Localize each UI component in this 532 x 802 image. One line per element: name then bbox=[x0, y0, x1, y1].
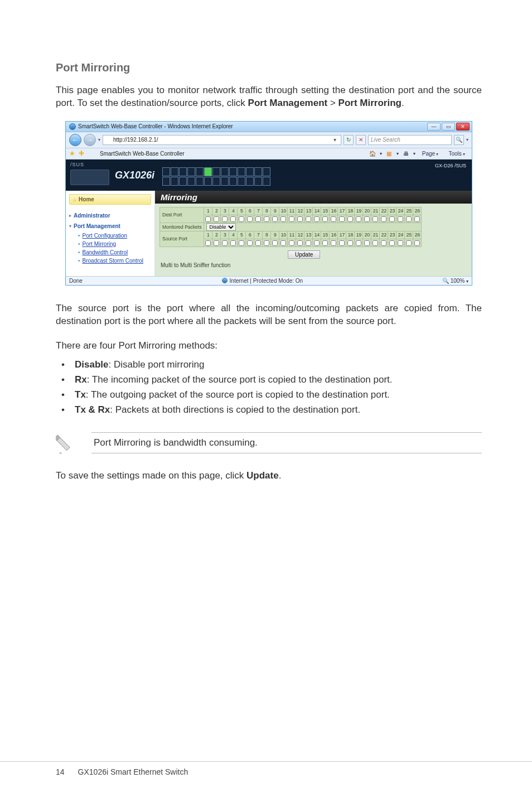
sidebar-home[interactable]: ⌂ Home bbox=[69, 194, 151, 205]
port-checkbox-cell bbox=[288, 239, 296, 247]
port-checkbox-20[interactable] bbox=[364, 240, 370, 246]
sidebar-link[interactable]: Port Configuration bbox=[83, 233, 128, 239]
port-checkbox-7[interactable] bbox=[255, 240, 261, 246]
print-dd-icon[interactable]: ▾ bbox=[413, 151, 415, 156]
port-checkbox-19[interactable] bbox=[356, 216, 361, 222]
page-menu[interactable]: Page bbox=[419, 149, 442, 158]
port-checkbox-16[interactable] bbox=[331, 216, 336, 222]
refresh-button[interactable]: ↻ bbox=[344, 135, 354, 145]
favorites-icon[interactable]: ★ bbox=[69, 149, 75, 157]
zoom-value[interactable]: 100% bbox=[451, 278, 465, 284]
back-button[interactable]: ← bbox=[69, 134, 81, 146]
port-checkbox-3[interactable] bbox=[222, 240, 228, 246]
add-favorite-icon[interactable]: ✚ bbox=[79, 149, 84, 157]
port-checkbox-4[interactable] bbox=[230, 240, 236, 246]
port-checkbox-2[interactable] bbox=[214, 216, 219, 222]
port-checkbox-15[interactable] bbox=[322, 240, 328, 246]
sidebar-link[interactable]: Bandwidth Control bbox=[83, 249, 128, 255]
tools-menu[interactable]: Tools bbox=[445, 149, 468, 158]
monitored-select[interactable]: Disable bbox=[206, 223, 236, 231]
port-checkbox-12[interactable] bbox=[297, 216, 303, 222]
port-checkbox-cell bbox=[338, 215, 346, 223]
print-icon[interactable]: 🖶 bbox=[402, 149, 410, 157]
port-col-13: 13 bbox=[304, 231, 313, 239]
url-field[interactable]: http://192.168.2.1/ ▾ bbox=[103, 135, 341, 145]
sidebar-group-port-management[interactable]: ▾Port Management bbox=[69, 221, 151, 231]
port-checkbox-6[interactable] bbox=[247, 240, 253, 246]
minimize-button[interactable]: ― bbox=[427, 123, 441, 131]
maximize-button[interactable]: ▭ bbox=[442, 123, 455, 131]
port-checkbox-5[interactable] bbox=[239, 216, 244, 222]
port-checkbox-19[interactable] bbox=[356, 240, 361, 246]
port-checkbox-13[interactable] bbox=[306, 240, 311, 246]
tab-title[interactable]: SmartSwitch Web-Base Controller bbox=[100, 151, 185, 157]
sidebar-link[interactable]: Port Mirroring bbox=[83, 241, 117, 247]
home-icon: ⌂ bbox=[73, 196, 76, 202]
port-checkbox-24[interactable] bbox=[398, 216, 403, 222]
port-checkbox-5[interactable] bbox=[239, 240, 244, 246]
feeds-icon[interactable]: ▦ bbox=[385, 149, 393, 157]
port-checkbox-6[interactable] bbox=[247, 216, 253, 222]
port-checkbox-8[interactable] bbox=[264, 240, 269, 246]
port-checkbox-11[interactable] bbox=[289, 240, 294, 246]
port-checkbox-3[interactable] bbox=[222, 216, 228, 222]
port-checkbox-23[interactable] bbox=[389, 216, 395, 222]
port-checkbox-10[interactable] bbox=[280, 216, 286, 222]
port-checkbox-20[interactable] bbox=[364, 216, 370, 222]
nav-dd-icon[interactable]: ▾ bbox=[98, 137, 100, 142]
sidebar-item-broadcast-storm-control[interactable]: •Broadcast Storm Control bbox=[78, 257, 151, 265]
sidebar-link[interactable]: Broadcast Storm Control bbox=[83, 258, 144, 264]
search-dd-icon[interactable]: ▾ bbox=[466, 137, 468, 142]
port-checkbox-8[interactable] bbox=[264, 216, 269, 222]
port-checkbox-26[interactable] bbox=[414, 240, 420, 246]
port-checkbox-13[interactable] bbox=[306, 216, 311, 222]
port-checkbox-7[interactable] bbox=[255, 216, 261, 222]
search-input[interactable]: Live Search bbox=[368, 135, 452, 145]
port-checkbox-21[interactable] bbox=[373, 216, 378, 222]
zoom-dd-icon[interactable]: ▾ bbox=[466, 279, 468, 284]
port-checkbox-18[interactable] bbox=[347, 240, 353, 246]
port-checkbox-14[interactable] bbox=[314, 216, 320, 222]
port-checkbox-26[interactable] bbox=[414, 216, 420, 222]
port-checkbox-24[interactable] bbox=[398, 240, 403, 246]
sidebar-item-port-mirroring[interactable]: •Port Mirroring bbox=[78, 240, 151, 248]
port-checkbox-10[interactable] bbox=[280, 240, 286, 246]
port-checkbox-17[interactable] bbox=[339, 216, 345, 222]
port-checkbox-17[interactable] bbox=[339, 240, 345, 246]
search-button[interactable]: 🔍 bbox=[454, 135, 464, 145]
port-checkbox-9[interactable] bbox=[272, 240, 278, 246]
port-col-4: 4 bbox=[229, 207, 238, 215]
zoom-icon[interactable]: 🔍 bbox=[442, 278, 449, 284]
port-checkbox-23[interactable] bbox=[389, 240, 395, 246]
forward-button[interactable]: → bbox=[84, 134, 96, 146]
port-checkbox-15[interactable] bbox=[322, 216, 328, 222]
close-button[interactable]: ✕ bbox=[456, 123, 470, 131]
multi-sniffer-note: Multi to Multi Sniffer function bbox=[159, 260, 467, 270]
port-checkbox-1[interactable] bbox=[205, 240, 211, 246]
port-checkbox-9[interactable] bbox=[272, 216, 278, 222]
sidebar-item-bandwidth-control[interactable]: •Bandwidth Control bbox=[78, 248, 151, 257]
port-checkbox-1[interactable] bbox=[205, 216, 211, 222]
url-dropdown-icon[interactable]: ▾ bbox=[331, 137, 338, 143]
sidebar-item-port-configuration[interactable]: •Port Configuration bbox=[78, 231, 151, 240]
update-button[interactable]: Update bbox=[288, 250, 320, 259]
port-col-8: 8 bbox=[263, 231, 271, 239]
port-checkbox-25[interactable] bbox=[406, 240, 412, 246]
home-icon[interactable]: 🏠 bbox=[369, 149, 376, 157]
port-checkbox-25[interactable] bbox=[406, 216, 412, 222]
port-checkbox-11[interactable] bbox=[289, 216, 294, 222]
port-checkbox-22[interactable] bbox=[381, 240, 386, 246]
home-dd-icon[interactable]: ▾ bbox=[380, 151, 382, 156]
port-checkbox-18[interactable] bbox=[347, 216, 353, 222]
search-placeholder: Live Search bbox=[371, 137, 400, 143]
port-checkbox-16[interactable] bbox=[331, 240, 336, 246]
sidebar-group-admin[interactable]: ▸Administrator bbox=[69, 210, 151, 221]
port-checkbox-4[interactable] bbox=[230, 216, 236, 222]
port-checkbox-2[interactable] bbox=[214, 240, 219, 246]
port-checkbox-22[interactable] bbox=[381, 216, 386, 222]
port-checkbox-12[interactable] bbox=[297, 240, 303, 246]
feeds-dd-icon[interactable]: ▾ bbox=[396, 151, 399, 156]
port-checkbox-21[interactable] bbox=[373, 240, 378, 246]
port-checkbox-14[interactable] bbox=[314, 240, 320, 246]
stop-button[interactable]: ✕ bbox=[356, 135, 366, 145]
